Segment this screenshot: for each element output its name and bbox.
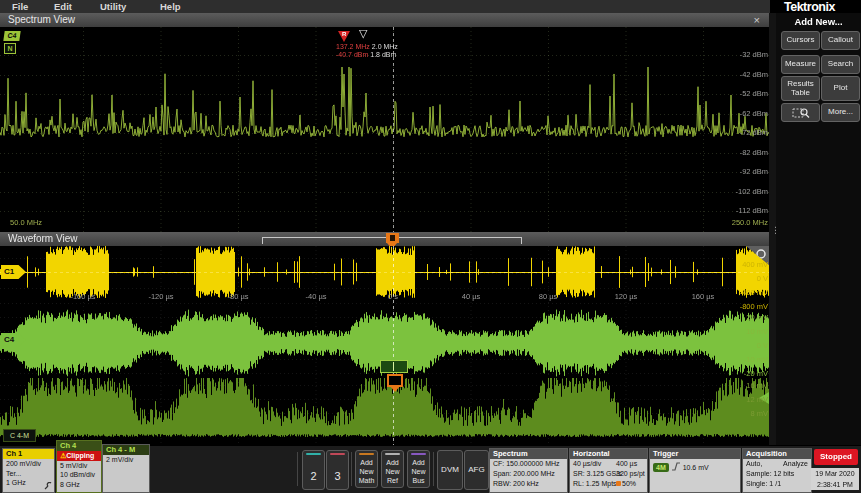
c4m-trace-handle[interactable]: C 4-M <box>3 429 36 442</box>
menu-help[interactable]: Help <box>160 1 181 12</box>
divider <box>351 452 352 486</box>
acquisition-sample: Sample: 12 bits <box>743 469 811 479</box>
spectrum-trace-mode-badge[interactable]: N <box>4 43 16 54</box>
span: Span: 200.000 MHz <box>490 469 567 479</box>
spectrum-y-label: -52 dBm <box>740 89 768 98</box>
acquisition-mode: Auto, <box>746 460 762 467</box>
tektronix-logo: Tektronix <box>784 0 861 13</box>
spectrum-start-freq: 50.0 MHz <box>10 218 42 227</box>
marker-delta-ampl: 1.8 dBm <box>370 51 396 58</box>
callout-button[interactable]: Callout <box>821 31 860 50</box>
trigger-panel-title: Trigger <box>650 449 740 459</box>
ch4-bandwidth: 8 GHz <box>57 480 101 490</box>
settings-bar: Ch 1 200 mV/div Ter... 1 GHz Ch 4 ⚠Clipp… <box>0 445 861 493</box>
horizontal-settings-panel[interactable]: Horizontal 40 µs/div400 µs SR: 3.125 GS/… <box>569 448 648 493</box>
add-new-title: Add New... <box>776 16 861 27</box>
date-time-display[interactable]: 19 Mar 2020 2:38:41 PM <box>811 468 859 490</box>
spectrum-settings-panel[interactable]: Spectrum CF: 150.000000 MHz Span: 200.00… <box>489 448 568 493</box>
reference-marker-icon[interactable]: R <box>338 31 350 43</box>
marker-ref-ampl: -40.7 dBm <box>336 51 368 58</box>
divider <box>297 452 298 486</box>
ch3-button[interactable]: 3 <box>326 450 349 490</box>
menu-edit[interactable]: Edit <box>54 1 72 12</box>
spectrum-trace-handle[interactable]: C4 <box>3 31 20 41</box>
ch1-scale-label: -400 mV <box>740 288 768 297</box>
marker-readout-freq: 137.2 MHz 2.0 MHz <box>336 43 398 50</box>
rbw: RBW: 200 kHz <box>490 479 567 489</box>
ch4-badge-title: Ch 4 <box>57 441 101 451</box>
menu-file[interactable]: File <box>12 1 28 12</box>
ch4-badge[interactable]: Ch 4 ⚠Clipping 5 mV/div 10 dBm/div 8 GHz <box>56 440 102 493</box>
delta-marker-icon[interactable]: ▽ <box>359 27 367 40</box>
time-label: 0 s <box>371 292 415 301</box>
trigger-level-marker-tip-icon <box>390 386 400 392</box>
time-label: 160 µs <box>681 292 725 301</box>
spectrum-y-label: -62 dBm <box>740 109 768 118</box>
results-table-button[interactable]: Results Table <box>781 76 820 101</box>
add-new-bus-button[interactable]: Add New Bus <box>407 450 430 488</box>
view-splitter[interactable]: ⋮ <box>769 13 776 445</box>
expansion-point-icon[interactable] <box>380 360 408 373</box>
search-button[interactable]: Search <box>821 55 860 74</box>
time-label: -80 µs <box>216 292 260 301</box>
ch2-button[interactable]: 2 <box>302 450 325 490</box>
ch4-scale-label: 20 mV <box>746 313 768 322</box>
trigger-settings-panel[interactable]: Trigger 4M 10.6 mV <box>649 448 741 493</box>
date: 19 Mar 2020 <box>811 468 859 479</box>
spectrum-stop-freq: 250.0 MHz <box>732 218 768 227</box>
add-new-ref-button[interactable]: Add New Ref <box>381 450 404 488</box>
time-label: 80 µs <box>526 292 570 301</box>
ch2-color-stripe <box>306 453 321 455</box>
oscilloscope-screen: File Edit Utility Help Tektronix Spectru… <box>0 0 861 493</box>
math-color-stripe <box>359 453 374 455</box>
spectrum-view-title: Spectrum View <box>8 13 75 27</box>
run-stop-status-button[interactable]: Stopped <box>814 449 858 465</box>
trigger-level: 10.6 mV <box>683 464 709 471</box>
trigger-source-badge: 4M <box>653 463 669 472</box>
marker-readout-ampl: -40.7 dBm 1.8 dBm <box>336 51 396 58</box>
more-button[interactable]: More... <box>821 103 860 122</box>
ch1-scale-label: 0 V <box>757 274 768 283</box>
spectrum-view-header[interactable]: Spectrum View × <box>0 13 770 28</box>
ch4-scale-label: 0 V <box>757 341 768 350</box>
menu-utility[interactable]: Utility <box>100 1 126 12</box>
ch4-scale-label: -10 mV <box>744 355 768 364</box>
afg-button[interactable]: AFG <box>464 450 489 490</box>
spectrum-y-label: -42 dBm <box>740 70 768 79</box>
ch1-scale-label: 400 mV <box>742 260 768 269</box>
time: 2:38:41 PM <box>811 479 859 490</box>
menu-bar: File Edit Utility Help <box>0 0 770 14</box>
ch4-math-badge[interactable]: Ch 4 - M 2 mV/div <box>102 444 150 493</box>
sample-rate: SR: 3.125 GS/s <box>573 470 622 477</box>
expansion-point-mini-icon <box>616 481 621 486</box>
reference-marker-label: R <box>342 31 346 37</box>
ch4-math-badge-title: Ch 4 - M <box>103 445 149 455</box>
ch1-termination: Ter... <box>3 469 54 479</box>
close-icon[interactable]: × <box>754 13 760 27</box>
dvm-button[interactable]: DVM <box>437 450 463 490</box>
horizontal-scale: 40 µs/div <box>573 460 601 467</box>
trigger-position-icon[interactable] <box>386 233 399 243</box>
measure-button[interactable]: Measure <box>781 55 820 74</box>
divider <box>433 452 434 486</box>
waveform-plot[interactable] <box>0 246 770 445</box>
zoom-mode-button[interactable] <box>781 103 820 122</box>
ch4-math-scale: 2 mV/div <box>103 455 149 465</box>
spectrum-y-label: -92 dBm <box>740 167 768 176</box>
waveform-view-title: Waveform View <box>8 232 77 246</box>
add-new-math-button[interactable]: Add New Math <box>355 450 378 488</box>
cursors-button[interactable]: Cursors <box>781 31 820 50</box>
ch1-badge[interactable]: Ch 1 200 mV/div Ter... 1 GHz <box>2 448 55 493</box>
ref-color-stripe <box>385 453 400 455</box>
ch4-clipping-warning: ⚠Clipping <box>57 451 101 461</box>
spectrum-y-label: -102 dBm <box>735 187 768 196</box>
ch4-scale: 5 mV/div <box>57 461 101 471</box>
bus-color-stripe <box>411 453 426 455</box>
acquisition-settings-panel[interactable]: Acquisition Auto,Analyze Sample: 12 bits… <box>742 448 812 493</box>
plot-button[interactable]: Plot <box>821 76 860 101</box>
c4m-scale-label: 12 mV <box>746 395 768 404</box>
ch1-scale: 200 mV/div <box>3 459 54 469</box>
results-bar: Add New... Cursors Callout Measure Searc… <box>776 13 861 445</box>
c4m-scale-label: 16 mV <box>746 381 768 390</box>
time-label: 120 µs <box>604 292 648 301</box>
